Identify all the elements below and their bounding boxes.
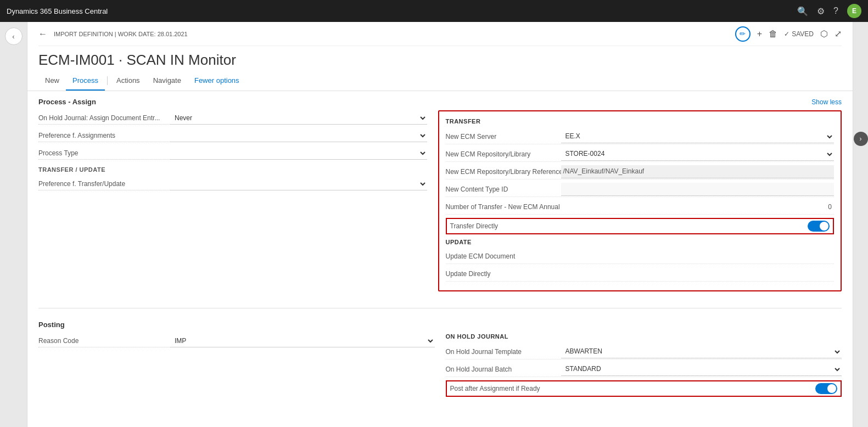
on-hold-journal-batch-group: On Hold Journal Batch STANDARD [446,362,842,377]
update-directly-group: Update Directly [446,266,835,282]
help-icon[interactable]: ? [833,6,838,16]
preference-transfer-select[interactable] [170,177,427,190]
new-ecm-repository-select[interactable]: STORE-0024 [561,148,835,161]
new-content-type-group: New Content Type ID [446,182,835,197]
tab-process-label: Process [72,76,98,85]
new-content-type-control[interactable] [561,183,835,196]
settings-icon[interactable]: ⚙ [817,6,825,16]
tab-fewer-label: Fewer options [194,76,239,85]
process-type-select[interactable] [170,147,427,160]
back-button[interactable]: ← [38,29,47,39]
minimize-button[interactable]: ⤢ [835,29,842,39]
posting-section: Posting Reason Code IMP [27,308,853,411]
saved-status: ✓ SAVED [784,30,814,38]
transfer-directly-highlight-row: Transfer Directly [446,218,835,234]
transfer-header: TRANSFER [446,118,835,125]
preference-transfer-control[interactable] [170,177,427,190]
right-column-transfer: TRANSFER New ECM Server EE.X [438,110,842,291]
new-ecm-reference-value: /NAV_Einkauf/NAV_Einkauf [561,165,835,178]
show-less-button[interactable]: Show less [811,98,842,106]
expand-button[interactable]: ⬡ [820,29,828,39]
transfer-directly-label: Transfer Directly [450,222,808,230]
new-ecm-repository-control[interactable]: STORE-0024 [561,148,835,161]
search-icon[interactable]: 🔍 [797,6,808,16]
page-title-separator: · [119,52,122,68]
posting-section-header: Posting [38,314,842,333]
transfer-directly-toggle[interactable] [808,221,830,232]
preference-assignments-select[interactable] [170,129,427,142]
preference-assignments-label: Preference f. Assignments [38,129,170,142]
reason-code-select[interactable]: IMP [170,334,435,347]
tab-new-label: New [45,76,59,85]
nav-separator [107,76,108,85]
on-hold-journal-template-label: On Hold Journal Template [446,345,561,358]
new-content-type-input[interactable] [561,183,835,196]
process-type-group: Process Type [38,145,427,161]
post-after-assignment-highlight-row: Post after Assignment if Ready [446,380,842,397]
delete-button[interactable]: 🗑 [769,29,777,39]
on-hold-journal-title: ON HOLD JOURNAL [446,333,842,340]
posting-left-col: Reason Code IMP [38,333,435,400]
edit-icon-symbol: ✏ [740,30,746,38]
page-header: ← IMPORT DEFINITION | WORK DATE: 28.01.2… [27,22,853,91]
tab-navigate[interactable]: Navigate [147,71,188,91]
on-hold-journal-control[interactable]: Never Always Ask [170,111,427,125]
preference-assignments-control[interactable] [170,129,427,142]
content-area: ← IMPORT DEFINITION | WORK DATE: 28.01.2… [27,22,853,427]
section-title: Process - Assign [38,98,96,106]
add-button[interactable]: + [757,29,762,39]
update-ecm-document-label: Update ECM Document [446,250,561,263]
process-assign-section: Process - Assign Show less On Hold Journ… [27,91,853,302]
process-type-label: Process Type [38,147,170,160]
on-hold-journal-template-control[interactable]: ABWARTEN [561,345,842,358]
tab-fewer-options[interactable]: Fewer options [188,71,246,91]
transfer-update-subtitle: TRANSFER / UPDATE [38,166,427,173]
on-hold-journal-group: On Hold Journal: Assign Document Entr...… [38,110,427,126]
on-hold-journal-right-col: ON HOLD JOURNAL On Hold Journal Template… [446,333,842,400]
on-hold-journal-select[interactable]: Never Always Ask [170,111,427,125]
update-header: UPDATE [446,239,835,245]
post-after-assignment-label: Post after Assignment if Ready [450,385,816,392]
main-wrapper: ‹ ← IMPORT DEFINITION | WORK DATE: 28.01… [0,22,868,427]
new-ecm-reference-label: New ECM Repository/Library Reference [446,165,561,178]
sidebar-left: ‹ [0,22,27,427]
update-ecm-document-control[interactable] [561,252,835,260]
edit-button[interactable]: ✏ [735,26,751,42]
scroll-area[interactable]: Process - Assign Show less On Hold Journ… [27,91,853,427]
saved-text: SAVED [792,30,814,38]
new-ecm-server-control[interactable]: EE.X [561,130,835,143]
tab-actions[interactable]: Actions [110,71,147,91]
update-ecm-document-group: Update ECM Document [446,249,835,264]
new-ecm-server-label: New ECM Server [446,130,561,143]
new-ecm-server-select[interactable]: EE.X [561,130,835,143]
new-ecm-reference-control[interactable]: /NAV_Einkauf/NAV_Einkauf [561,165,835,178]
back-icon: ‹ [12,32,14,41]
user-avatar[interactable]: E [847,4,861,18]
posting-two-col: Reason Code IMP ON HOLD JOURNAL [38,333,842,411]
reason-code-control[interactable]: IMP [170,334,435,347]
number-transfer-value: 0 [561,203,835,211]
expand-panel-button[interactable]: › [854,132,868,146]
on-hold-journal-template-select[interactable]: ABWARTEN [561,345,842,358]
check-icon: ✓ [784,30,789,38]
preference-transfer-label: Preference f. Transfer/Update [38,177,170,190]
tab-actions-label: Actions [116,76,140,85]
tab-new[interactable]: New [38,71,66,91]
reason-code-group: Reason Code IMP [38,333,435,349]
top-bar-actions: 🔍 ⚙ ? E [797,4,861,18]
posting-title: Posting [38,321,65,329]
number-transfer-group: Number of Transfer - New ECM Annual ... … [446,199,835,215]
page-header-top: ← IMPORT DEFINITION | WORK DATE: 28.01.2… [38,22,842,46]
update-directly-control[interactable] [561,269,835,278]
page-title-name: SCAN IN Monitor [126,52,236,68]
on-hold-journal-batch-control[interactable]: STANDARD [561,363,842,376]
post-after-assignment-toggle[interactable] [815,383,837,394]
on-hold-journal-batch-select[interactable]: STANDARD [561,363,842,376]
tab-process[interactable]: Process [66,71,105,91]
process-type-control[interactable] [170,147,427,160]
tab-navigate-label: Navigate [153,76,181,85]
on-hold-journal-label: On Hold Journal: Assign Document Entr... [38,111,170,125]
page-title: ECM-IM001 · SCAN IN Monitor [38,46,842,71]
number-transfer-label: Number of Transfer - New ECM Annual ... [446,200,561,214]
sidebar-back-button[interactable]: ‹ [5,27,23,45]
